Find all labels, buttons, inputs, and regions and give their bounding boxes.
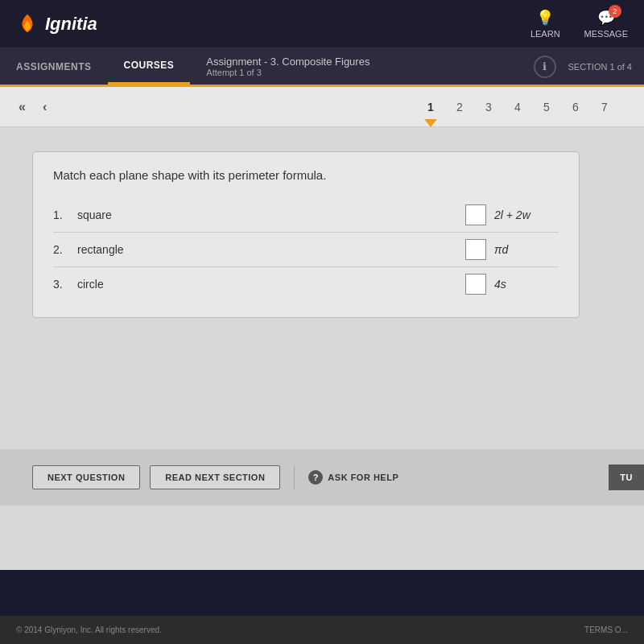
terms-text: TERMS O... — [584, 625, 628, 634]
info-button[interactable]: ℹ — [534, 56, 556, 78]
match-row-1: 1. square 2l + 2w — [53, 198, 559, 233]
ask-for-help-button[interactable]: ? ASK FOR HELP — [308, 470, 398, 485]
match-table: 1. square 2l + 2w 2. rectangle πd 3. cir… — [53, 198, 559, 301]
double-back-button[interactable]: « — [12, 97, 32, 118]
match-formula-1: 2l + 2w — [494, 208, 559, 221]
match-number-1: 1. — [53, 208, 77, 221]
pagination-bar: « ‹ 1 2 3 4 5 6 7 — [0, 87, 644, 127]
read-next-section-button[interactable]: READ NEXT SECTION — [150, 465, 280, 489]
question-area: Match each plane shape with its perimete… — [32, 151, 580, 318]
copyright-text: © 2014 Glyniyon, Inc. All rights reserve… — [16, 625, 162, 634]
page-2[interactable]: 2 — [448, 96, 471, 118]
footer: © 2014 Glyniyon, Inc. All rights reserve… — [0, 616, 644, 644]
match-term-square: square — [77, 208, 465, 221]
nav-tabs: ASSIGNMENTS COURSES — [0, 48, 190, 85]
message-nav-item[interactable]: 💬 2 MESSAGE — [584, 9, 628, 39]
assignment-title: Assignment - 3. Composite Figures — [206, 56, 517, 68]
app-name: Ignitia — [45, 14, 97, 35]
page-3[interactable]: 3 — [477, 96, 500, 118]
match-row-3: 3. circle 4s — [53, 267, 559, 301]
page-4[interactable]: 4 — [506, 96, 529, 118]
page-5[interactable]: 5 — [535, 96, 558, 118]
help-icon: ? — [308, 470, 323, 485]
match-box-3[interactable] — [465, 274, 486, 295]
match-term-circle: circle — [77, 278, 465, 291]
page-6[interactable]: 6 — [564, 96, 587, 118]
page-numbers: 1 2 3 4 5 6 7 — [419, 96, 616, 118]
assignment-info: Assignment - 3. Composite Figures Attemp… — [190, 56, 533, 77]
action-bar: NEXT QUESTION READ NEXT SECTION ? ASK FO… — [0, 449, 644, 506]
content-spacer — [0, 506, 644, 570]
match-term-rectangle: rectangle — [77, 243, 465, 256]
match-row-2: 2. rectangle πd — [53, 233, 559, 267]
match-number-3: 3. — [53, 278, 77, 291]
question-instruction: Match each plane shape with its perimete… — [53, 168, 559, 182]
action-divider — [294, 465, 295, 489]
message-count-badge: 2 — [609, 5, 621, 18]
page-1[interactable]: 1 — [419, 96, 442, 118]
message-label: MESSAGE — [584, 29, 628, 39]
main-content: Match each plane shape with its perimete… — [0, 127, 644, 449]
match-formula-2: πd — [494, 243, 559, 256]
learn-label: LEARN — [530, 29, 560, 39]
nav-right: 💡 LEARN 💬 2 MESSAGE — [530, 9, 628, 39]
courses-tab[interactable]: COURSES — [108, 48, 191, 85]
top-navigation: Ignitia 💡 LEARN 💬 2 MESSAGE — [0, 0, 644, 48]
page-7[interactable]: 7 — [593, 96, 616, 118]
single-back-button[interactable]: ‹ — [36, 97, 53, 118]
tutor-button[interactable]: TU — [609, 464, 644, 490]
lightbulb-icon: 💡 — [536, 9, 554, 27]
logo-area: Ignitia — [16, 13, 97, 35]
section-label: SECTION 1 of 4 — [568, 62, 644, 72]
match-box-2[interactable] — [465, 239, 486, 260]
attempt-label: Attempt 1 of 3 — [206, 68, 517, 77]
match-number-2: 2. — [53, 243, 77, 256]
learn-nav-item[interactable]: 💡 LEARN — [530, 9, 560, 39]
assignments-tab[interactable]: ASSIGNMENTS — [0, 48, 108, 85]
flame-icon — [16, 13, 39, 35]
secondary-navigation: ASSIGNMENTS COURSES Assignment - 3. Comp… — [0, 48, 644, 87]
match-box-1[interactable] — [465, 204, 486, 225]
next-question-button[interactable]: NEXT QUESTION — [32, 465, 140, 489]
match-formula-3: 4s — [494, 278, 559, 291]
